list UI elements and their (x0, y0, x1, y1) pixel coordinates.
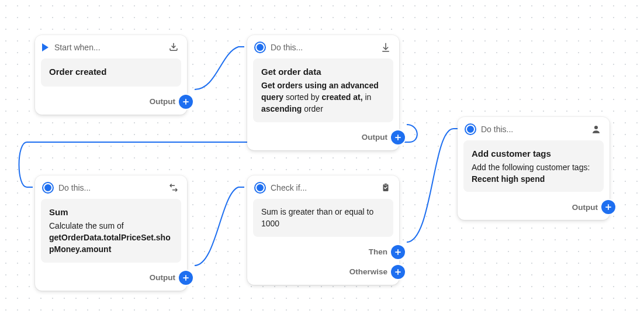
node-body: Add customer tags Add the following cust… (463, 140, 604, 192)
node-dot-icon (255, 43, 265, 52)
clipboard-icon (380, 182, 391, 193)
output-label: Output (150, 273, 175, 282)
node-header-label: Do this... (481, 125, 513, 134)
node-get-order-data[interactable]: Do this... Get order data Get orders usi… (247, 35, 399, 150)
node-title: Sum (49, 206, 173, 219)
node-body: Sum Calculate the sum of getOrderData.to… (41, 199, 181, 263)
output-label: Output (150, 97, 175, 106)
add-output-button[interactable] (601, 200, 615, 214)
transform-icon (168, 182, 179, 193)
svg-point-2 (594, 126, 598, 129)
add-output-button[interactable] (179, 95, 193, 109)
node-title: Add customer tags (472, 147, 595, 160)
node-desc: Calculate the sum of getOrderData.totalP… (49, 220, 173, 256)
node-dot-icon (255, 183, 265, 192)
add-output-button[interactable] (391, 130, 405, 144)
play-icon (42, 43, 49, 51)
node-header-label: Do this... (58, 183, 91, 192)
node-title: Order created (49, 66, 173, 78)
node-header-label: Check if... (271, 183, 307, 192)
output-label: Output (362, 133, 387, 142)
node-sum[interactable]: Do this... Sum Calculate the sum of getO… (35, 175, 187, 291)
svg-rect-1 (385, 184, 387, 185)
node-trigger[interactable]: Start when... Order created Output (35, 35, 187, 115)
node-desc: Sum is greater than or equal to 1000 (261, 206, 385, 230)
node-dot-icon (43, 183, 53, 192)
node-desc: Add the following customer tags: Recent … (472, 161, 595, 185)
node-body: Order created (41, 58, 181, 87)
add-output-button[interactable] (179, 271, 193, 285)
download-icon (380, 42, 391, 53)
node-add-customer-tags[interactable]: Do this... Add customer tags Add the fol… (458, 117, 610, 220)
node-check[interactable]: Check if... Sum is greater than or equal… (247, 175, 399, 285)
node-title: Get order data (261, 66, 385, 78)
node-body: Sum is greater than or equal to 1000 (253, 199, 393, 237)
import-icon (168, 42, 179, 53)
output-label: Output (572, 203, 598, 212)
node-header-label: Start when... (54, 43, 101, 52)
add-otherwise-button[interactable] (391, 265, 405, 279)
node-header-label: Do this... (271, 43, 303, 52)
node-dot-icon (466, 125, 475, 134)
node-body: Get order data Get orders using an advan… (253, 58, 393, 122)
node-desc: Get orders using an advanced query sorte… (261, 80, 385, 115)
then-label: Then (369, 247, 387, 256)
add-then-button[interactable] (391, 245, 405, 259)
person-icon (591, 124, 601, 135)
otherwise-label: Otherwise (349, 267, 387, 276)
